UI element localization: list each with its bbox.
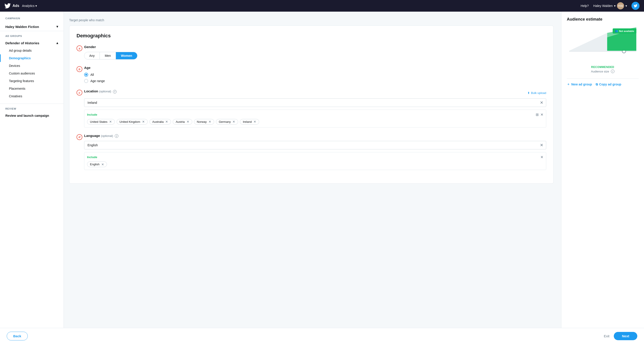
recommended-label: RECOMMENDED: [567, 65, 639, 69]
location-content: Location (optional) i ⬆ Bulk upload: [84, 89, 546, 127]
remove-germany[interactable]: ✕: [232, 120, 235, 123]
copy-ad-group-button[interactable]: ⧉ Copy ad group: [596, 82, 622, 86]
location-include-actions: ⊞ ✕: [536, 112, 543, 117]
remove-ireland[interactable]: ✕: [254, 120, 256, 123]
age-all-option[interactable]: All: [84, 73, 546, 77]
panel-divider: [567, 78, 639, 79]
language-info-icon: i: [115, 134, 118, 138]
topnav-right: Help? Haley Walden ▾ HW ▾: [581, 2, 640, 10]
compose-button[interactable]: [632, 2, 640, 10]
tag-united-kingdom: United Kingdom ✕: [116, 119, 148, 125]
sidebar-item-custom-audiences[interactable]: Custom audiences: [0, 69, 64, 77]
tag-germany: Germany ✕: [216, 119, 238, 125]
age-range-option[interactable]: Age range: [84, 79, 546, 83]
ad-group-collapse-icon: ▴: [56, 41, 58, 45]
remove-united-states[interactable]: ✕: [109, 120, 112, 123]
gender-any-button[interactable]: Any: [84, 52, 100, 59]
location-expand-icon[interactable]: ⊞: [536, 112, 538, 117]
audience-chart: 👥 Not available: [567, 26, 639, 62]
sidebar: CAMPAIGN Haley Walden Fiction ▾ AD GROUP…: [0, 12, 64, 344]
location-include-section: Include ⊞ ✕ United States ✕: [84, 110, 546, 127]
language-input[interactable]: [84, 141, 537, 149]
campaign-name: Haley Walden Fiction: [5, 25, 39, 29]
analytics-menu[interactable]: Analytics ▾: [22, 4, 37, 7]
language-include-label: Include: [87, 155, 97, 159]
gender-content: Gender Any Men Women: [84, 45, 546, 59]
step-a-label: a: [76, 45, 82, 51]
gender-row: a Gender Any Men Women: [76, 45, 546, 59]
audience-size-row: Audience size i: [567, 69, 639, 73]
location-section: c Location (optional) i ⬆ Bulk upload: [76, 89, 546, 127]
not-available-text: Not available: [619, 30, 634, 32]
not-available-badge: 👥 Not available: [613, 28, 636, 33]
step-b-label: b: [76, 66, 82, 72]
language-input-wrap: ✕: [84, 141, 546, 149]
step-c-label: c: [76, 90, 82, 95]
audience-size-info-icon: i: [611, 69, 614, 73]
campaign-item[interactable]: Haley Walden Fiction ▾: [0, 22, 64, 31]
plus-icon: ＋: [567, 82, 570, 86]
copy-icon: ⧉: [596, 82, 598, 86]
location-label: Location (optional) i: [84, 89, 116, 93]
language-include-section: Include ✕ English ✕: [84, 152, 546, 170]
avatar: HW: [617, 2, 624, 9]
gender-men-button[interactable]: Men: [100, 52, 116, 59]
sidebar-item-creatives[interactable]: Creatives: [0, 92, 64, 100]
users-icon: 👥: [615, 29, 618, 32]
location-input[interactable]: [84, 99, 537, 107]
language-include-header: Include ✕: [87, 155, 543, 159]
remove-norway[interactable]: ✕: [208, 120, 211, 123]
sidebar-item-placements[interactable]: Placements: [0, 85, 64, 92]
logo-text: Ads: [12, 4, 19, 8]
language-clear-all-icon[interactable]: ✕: [540, 155, 543, 159]
gender-women-button[interactable]: Women: [116, 52, 137, 59]
back-button[interactable]: Back: [7, 332, 28, 341]
tag-austria: Austria ✕: [173, 119, 192, 125]
help-link[interactable]: Help?: [581, 4, 589, 7]
language-content: Language (optional) i ✕ Include: [84, 134, 546, 170]
location-clear-all-icon[interactable]: ✕: [540, 112, 543, 117]
tag-united-states: United States ✕: [87, 119, 115, 125]
gender-section: a Gender Any Men Women: [76, 45, 546, 59]
demographics-title: Demographics: [76, 33, 546, 39]
remove-english[interactable]: ✕: [101, 163, 104, 166]
age-radio-group: All Age range: [84, 73, 546, 83]
twitter-bird-icon: [4, 3, 11, 9]
ad-group-header[interactable]: Defender of Histories ▴: [0, 39, 64, 47]
next-button[interactable]: Next: [614, 332, 637, 340]
compose-icon: [634, 4, 638, 8]
right-panel: Audience estimate 👥 Not available RECOMM…: [561, 12, 644, 344]
age-all-radio[interactable]: [84, 73, 88, 77]
location-clear-icon[interactable]: ✕: [537, 101, 546, 105]
tag-ireland: Ireland ✕: [240, 119, 259, 125]
campaign-section-label: CAMPAIGN: [0, 17, 64, 20]
sidebar-item-devices[interactable]: Devices: [0, 62, 64, 69]
language-tags: English ✕: [87, 161, 543, 167]
language-label: Language (optional) i: [84, 134, 546, 138]
bottom-bar: Back Exit Next: [0, 328, 644, 344]
target-people-label: Target people who match: [69, 18, 554, 22]
remove-australia[interactable]: ✕: [165, 120, 168, 123]
sidebar-item-review[interactable]: Review and launch campaign: [0, 112, 64, 119]
logo: Ads: [4, 3, 19, 9]
user-name: Haley Walden: [593, 4, 613, 7]
age-all-label: All: [90, 73, 94, 76]
user-menu[interactable]: Haley Walden ▾ HW ▾: [593, 2, 627, 9]
upload-icon: ⬆: [528, 91, 530, 95]
tag-english: English ✕: [87, 161, 107, 167]
remove-united-kingdom[interactable]: ✕: [142, 120, 145, 123]
sidebar-item-demographics[interactable]: Demographics: [0, 54, 64, 62]
main-content: Target people who match Demographics a G…: [64, 12, 559, 344]
bulk-upload-button[interactable]: ⬆ Bulk upload: [528, 91, 546, 95]
exit-button[interactable]: Exit: [604, 334, 609, 338]
tag-australia: Australia ✕: [150, 119, 171, 125]
location-info-icon: i: [113, 90, 116, 93]
new-ad-group-button[interactable]: ＋ New ad group: [567, 82, 592, 86]
age-range-radio[interactable]: [84, 79, 88, 83]
remove-austria[interactable]: ✕: [186, 120, 189, 123]
language-clear-icon[interactable]: ✕: [537, 143, 546, 147]
age-section: b Age All Age range: [76, 66, 546, 83]
sidebar-item-targeting-features[interactable]: Targeting features: [0, 77, 64, 85]
language-include-actions: ✕: [540, 155, 543, 159]
sidebar-item-ad-group-details[interactable]: Ad group details: [0, 47, 64, 54]
